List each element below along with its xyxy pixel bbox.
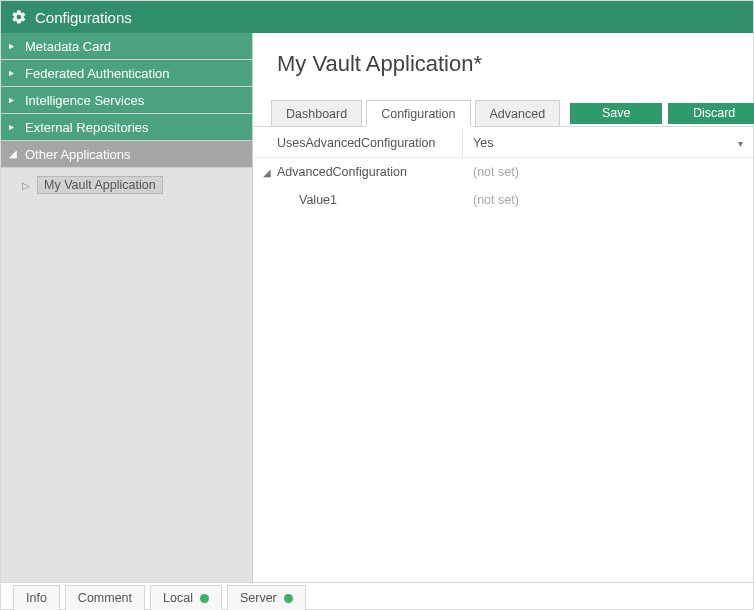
footer-tab-info[interactable]: Info xyxy=(13,585,60,610)
grid-key-label: UsesAdvancedConfiguration xyxy=(277,136,435,150)
tree-item-label: My Vault Application xyxy=(37,176,163,194)
sidebar-item-label: External Repositories xyxy=(25,120,149,135)
chevron-right-icon: ▸ xyxy=(9,122,19,132)
tab-configuration[interactable]: Configuration xyxy=(366,100,470,127)
discard-button[interactable]: Discard xyxy=(668,103,754,124)
grid-value-text: Yes xyxy=(473,136,493,150)
chevron-down-icon: ◢ xyxy=(9,149,19,159)
grid-key-label: Value1 xyxy=(299,193,337,207)
sidebar-item-label: Federated Authentication xyxy=(25,66,170,81)
chevron-right-icon: ▸ xyxy=(9,95,19,105)
sidebar-item-other-applications[interactable]: ◢ Other Applications xyxy=(1,141,252,168)
toolbar: Dashboard Configuration Advanced Save Di… xyxy=(253,99,753,127)
grid-row-uses-advanced-configuration[interactable]: UsesAdvancedConfiguration Yes ▾ xyxy=(253,129,753,158)
footer-tab-server[interactable]: Server xyxy=(227,585,306,610)
main-panel: My Vault Application* Dashboard Configur… xyxy=(253,33,753,582)
sidebar-item-label: Metadata Card xyxy=(25,39,111,54)
save-button[interactable]: Save xyxy=(570,103,662,124)
tab-strip: Dashboard Configuration Advanced xyxy=(271,99,564,126)
footer-tab-label: Server xyxy=(240,586,277,610)
tab-advanced[interactable]: Advanced xyxy=(475,100,561,127)
footer-tab-label: Comment xyxy=(78,586,132,610)
grid-value[interactable]: (not set) xyxy=(463,193,753,207)
sidebar-item-external-repositories[interactable]: ▸ External Repositories xyxy=(1,114,252,141)
tab-dashboard[interactable]: Dashboard xyxy=(271,100,362,127)
sidebar-tree: ▷ My Vault Application xyxy=(1,168,252,196)
footer-tab-local[interactable]: Local xyxy=(150,585,222,610)
grid-key: UsesAdvancedConfiguration xyxy=(253,129,463,157)
status-dot-icon xyxy=(200,594,209,603)
footer-tab-label: Local xyxy=(163,586,193,610)
sidebar-item-federated-authentication[interactable]: ▸ Federated Authentication xyxy=(1,60,252,87)
grid-value-dropdown[interactable]: Yes ▾ xyxy=(463,136,753,150)
gear-icon xyxy=(11,9,27,25)
sidebar-item-intelligence-services[interactable]: ▸ Intelligence Services xyxy=(1,87,252,114)
sidebar-item-label: Other Applications xyxy=(25,147,131,162)
app-window: Configurations ▸ Metadata Card ▸ Federat… xyxy=(0,0,754,610)
footer-tabs: Info Comment Local Server xyxy=(1,582,753,609)
chevron-down-icon[interactable]: ◢ xyxy=(261,167,273,178)
chevron-right-icon: ▸ xyxy=(9,41,19,51)
config-grid: UsesAdvancedConfiguration Yes ▾ ◢ Advanc… xyxy=(253,127,753,214)
footer-tab-label: Info xyxy=(26,586,47,610)
sidebar-item-metadata-card[interactable]: ▸ Metadata Card xyxy=(1,33,252,60)
sidebar-item-label: Intelligence Services xyxy=(25,93,144,108)
footer-tab-comment[interactable]: Comment xyxy=(65,585,145,610)
body: ▸ Metadata Card ▸ Federated Authenticati… xyxy=(1,33,753,582)
grid-value-text: (not set) xyxy=(473,165,519,179)
grid-key-label: AdvancedConfiguration xyxy=(277,165,407,179)
page-title: My Vault Application* xyxy=(253,33,753,99)
status-dot-icon xyxy=(284,594,293,603)
chevron-right-icon: ▸ xyxy=(9,68,19,78)
header-title: Configurations xyxy=(35,9,132,26)
chevron-down-icon: ▾ xyxy=(738,138,743,149)
tree-item-my-vault-application[interactable]: ▷ My Vault Application xyxy=(1,174,252,196)
grid-row-value1[interactable]: Value1 (not set) xyxy=(253,186,753,214)
sidebar: ▸ Metadata Card ▸ Federated Authenticati… xyxy=(1,33,253,582)
header-bar: Configurations xyxy=(1,1,753,33)
grid-row-advanced-configuration[interactable]: ◢ AdvancedConfiguration (not set) xyxy=(253,158,753,186)
grid-key: ◢ AdvancedConfiguration xyxy=(253,158,463,186)
grid-key: Value1 xyxy=(253,186,463,214)
chevron-right-icon: ▷ xyxy=(21,180,31,191)
grid-value[interactable]: (not set) xyxy=(463,165,753,179)
grid-value-text: (not set) xyxy=(473,193,519,207)
